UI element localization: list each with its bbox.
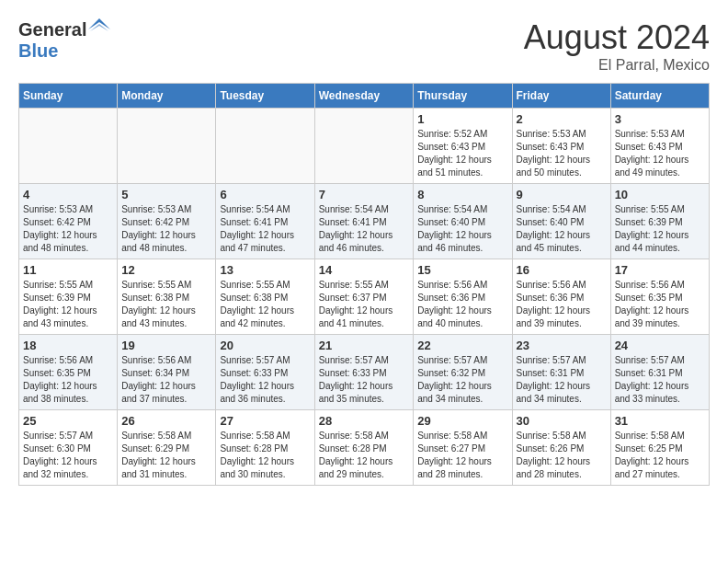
calendar-header-tuesday: Tuesday [216,84,314,109]
day-info: Sunrise: 5:55 AM Sunset: 6:38 PM Dayligh… [220,279,310,330]
day-number: 28 [319,414,410,428]
calendar-header-sunday: Sunday [19,84,118,109]
day-info: Sunrise: 5:57 AM Sunset: 6:31 PM Dayligh… [615,354,705,406]
calendar-title: August 2024 [524,18,710,57]
calendar-cell: 8Sunrise: 5:54 AM Sunset: 6:40 PM Daylig… [414,184,512,259]
day-number: 24 [615,339,705,352]
calendar-cell: 1Sunrise: 5:52 AM Sunset: 6:43 PM Daylig… [414,109,512,184]
calendar-subtitle: El Parral, Mexico [524,57,710,74]
calendar-cell: 7Sunrise: 5:54 AM Sunset: 6:41 PM Daylig… [314,184,414,259]
calendar-week-row: 25Sunrise: 5:57 AM Sunset: 6:30 PM Dayli… [19,410,710,486]
day-info: Sunrise: 5:55 AM Sunset: 6:39 PM Dayligh… [615,203,705,255]
calendar-cell: 27Sunrise: 5:58 AM Sunset: 6:28 PM Dayli… [216,410,314,486]
calendar-cell: 2Sunrise: 5:53 AM Sunset: 6:43 PM Daylig… [512,109,610,184]
day-number: 15 [417,263,507,277]
calendar-week-row: 11Sunrise: 5:55 AM Sunset: 6:39 PM Dayli… [19,259,710,335]
calendar-cell: 4Sunrise: 5:53 AM Sunset: 6:42 PM Daylig… [19,184,118,259]
calendar-cell: 5Sunrise: 5:53 AM Sunset: 6:42 PM Daylig… [118,184,216,259]
day-info: Sunrise: 5:58 AM Sunset: 6:29 PM Dayligh… [121,430,211,481]
day-info: Sunrise: 5:53 AM Sunset: 6:43 PM Dayligh… [615,128,705,179]
calendar-cell: 6Sunrise: 5:54 AM Sunset: 6:41 PM Daylig… [216,184,314,259]
calendar-cell: 14Sunrise: 5:55 AM Sunset: 6:37 PM Dayli… [314,259,414,335]
day-info: Sunrise: 5:58 AM Sunset: 6:25 PM Dayligh… [615,430,705,481]
title-section: August 2024 El Parral, Mexico [524,18,710,74]
calendar-cell: 29Sunrise: 5:58 AM Sunset: 6:27 PM Dayli… [414,410,512,486]
day-number: 2 [517,112,607,126]
calendar-header-friday: Friday [512,84,610,109]
day-number: 26 [121,414,211,428]
day-number: 10 [615,188,705,201]
calendar-cell: 30Sunrise: 5:58 AM Sunset: 6:26 PM Dayli… [512,410,610,486]
calendar-week-row: 4Sunrise: 5:53 AM Sunset: 6:42 PM Daylig… [19,184,710,259]
calendar-cell: 18Sunrise: 5:56 AM Sunset: 6:35 PM Dayli… [19,335,118,410]
day-number: 31 [615,414,705,428]
day-number: 30 [517,414,607,428]
day-info: Sunrise: 5:52 AM Sunset: 6:43 PM Dayligh… [417,128,507,179]
calendar-cell: 16Sunrise: 5:56 AM Sunset: 6:36 PM Dayli… [512,259,610,335]
day-info: Sunrise: 5:54 AM Sunset: 6:40 PM Dayligh… [517,203,607,255]
calendar-header-row: SundayMondayTuesdayWednesdayThursdayFrid… [19,84,710,109]
day-number: 8 [417,188,507,201]
page-header: General Blue August 2024 El Parral, Mexi… [18,18,710,74]
day-info: Sunrise: 5:57 AM Sunset: 6:31 PM Dayligh… [517,354,607,406]
day-info: Sunrise: 5:57 AM Sunset: 6:33 PM Dayligh… [220,354,310,406]
calendar-cell: 23Sunrise: 5:57 AM Sunset: 6:31 PM Dayli… [512,335,610,410]
day-info: Sunrise: 5:55 AM Sunset: 6:37 PM Dayligh… [319,279,410,330]
day-info: Sunrise: 5:55 AM Sunset: 6:38 PM Dayligh… [121,279,211,330]
day-info: Sunrise: 5:54 AM Sunset: 6:41 PM Dayligh… [319,203,410,255]
day-number: 20 [220,339,310,352]
day-number: 5 [121,188,211,201]
calendar-cell: 9Sunrise: 5:54 AM Sunset: 6:40 PM Daylig… [512,184,610,259]
day-number: 18 [23,339,113,352]
day-info: Sunrise: 5:56 AM Sunset: 6:35 PM Dayligh… [615,279,705,330]
logo-general-text: General [18,19,86,40]
calendar-cell: 17Sunrise: 5:56 AM Sunset: 6:35 PM Dayli… [610,259,709,335]
calendar-cell: 20Sunrise: 5:57 AM Sunset: 6:33 PM Dayli… [216,335,314,410]
day-number: 11 [23,263,113,277]
day-number: 16 [517,263,607,277]
day-number: 21 [319,339,410,352]
day-number: 3 [615,112,705,126]
day-info: Sunrise: 5:57 AM Sunset: 6:32 PM Dayligh… [417,354,507,406]
logo-blue-text: Blue [18,40,58,62]
calendar-cell: 13Sunrise: 5:55 AM Sunset: 6:38 PM Dayli… [216,259,314,335]
day-number: 17 [615,263,705,277]
day-info: Sunrise: 5:54 AM Sunset: 6:41 PM Dayligh… [220,203,310,255]
day-info: Sunrise: 5:58 AM Sunset: 6:28 PM Dayligh… [319,430,410,481]
day-info: Sunrise: 5:53 AM Sunset: 6:42 PM Dayligh… [121,203,211,255]
day-info: Sunrise: 5:57 AM Sunset: 6:33 PM Dayligh… [319,354,410,406]
calendar-cell: 26Sunrise: 5:58 AM Sunset: 6:29 PM Dayli… [118,410,216,486]
calendar-cell: 19Sunrise: 5:56 AM Sunset: 6:34 PM Dayli… [118,335,216,410]
calendar-cell: 31Sunrise: 5:58 AM Sunset: 6:25 PM Dayli… [610,410,709,486]
day-number: 23 [517,339,607,352]
day-info: Sunrise: 5:56 AM Sunset: 6:34 PM Dayligh… [121,354,211,406]
calendar-cell [118,109,216,184]
calendar-cell [19,109,118,184]
day-number: 9 [517,188,607,201]
day-info: Sunrise: 5:57 AM Sunset: 6:30 PM Dayligh… [23,430,113,481]
calendar-header-monday: Monday [118,84,216,109]
day-info: Sunrise: 5:58 AM Sunset: 6:26 PM Dayligh… [517,430,607,481]
calendar-cell: 24Sunrise: 5:57 AM Sunset: 6:31 PM Dayli… [610,335,709,410]
calendar-cell: 28Sunrise: 5:58 AM Sunset: 6:28 PM Dayli… [314,410,414,486]
calendar-cell [314,109,414,184]
calendar-cell [216,109,314,184]
logo: General Blue [18,18,110,62]
calendar-cell: 21Sunrise: 5:57 AM Sunset: 6:33 PM Dayli… [314,335,414,410]
day-number: 4 [23,188,113,201]
day-number: 1 [417,112,507,126]
calendar-week-row: 18Sunrise: 5:56 AM Sunset: 6:35 PM Dayli… [19,335,710,410]
day-number: 12 [121,263,211,277]
day-info: Sunrise: 5:53 AM Sunset: 6:42 PM Dayligh… [23,203,113,255]
calendar-week-row: 1Sunrise: 5:52 AM Sunset: 6:43 PM Daylig… [19,109,710,184]
day-number: 14 [319,263,410,277]
day-number: 29 [417,414,507,428]
calendar-cell: 11Sunrise: 5:55 AM Sunset: 6:39 PM Dayli… [19,259,118,335]
calendar-cell: 15Sunrise: 5:56 AM Sunset: 6:36 PM Dayli… [414,259,512,335]
day-number: 27 [220,414,310,428]
day-info: Sunrise: 5:56 AM Sunset: 6:36 PM Dayligh… [517,279,607,330]
day-info: Sunrise: 5:58 AM Sunset: 6:27 PM Dayligh… [417,430,507,481]
day-number: 13 [220,263,310,277]
day-info: Sunrise: 5:54 AM Sunset: 6:40 PM Dayligh… [417,203,507,255]
calendar-header-saturday: Saturday [610,84,709,109]
